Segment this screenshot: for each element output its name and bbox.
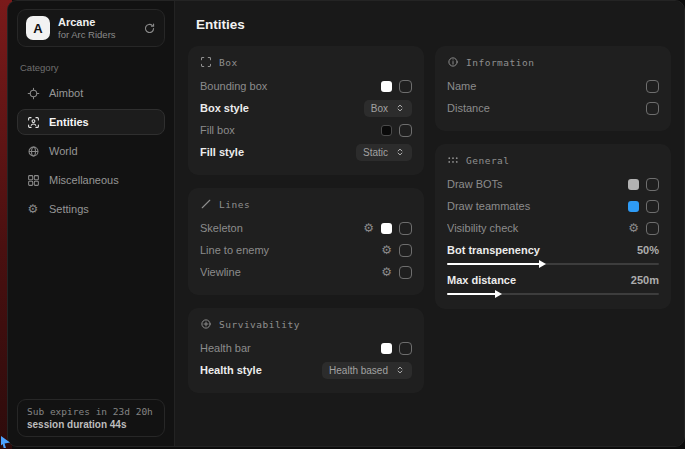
distance-checkbox[interactable] [646,102,659,115]
viewline-checkbox[interactable] [399,266,412,279]
setting-label: Line to enemy [200,244,381,256]
arcane-menu-window: A Arcane for Arc Riders Category Aimbot [7,0,685,447]
app-header: A Arcane for Arc Riders [17,9,165,47]
setting-label: Draw BOTs [447,178,628,190]
draw-bots-checkbox[interactable] [646,178,659,191]
skeleton-checkbox[interactable] [399,222,412,235]
setting-label: Viewline [200,266,381,278]
setting-row-fill-style: Fill style Static [200,141,412,163]
slider-fill [447,263,540,265]
sidebar: A Arcane for Arc Riders Category Aimbot [8,1,175,446]
fill-style-dropdown[interactable]: Static [356,144,412,161]
fill-box-checkbox[interactable] [399,124,412,137]
sub-expiry-text: Sub expires in 23d 20h [27,406,155,417]
app-meta: Arcane for Arc Riders [58,16,116,40]
line-to-enemy-checkbox[interactable] [399,244,412,257]
category-label: Category [20,62,162,73]
app-subtitle: for Arc Riders [58,29,116,40]
color-swatch[interactable] [628,201,639,212]
info-icon [447,56,459,68]
chevron-up-down-icon [395,365,405,375]
setting-row-health-style: Health style Health based [200,359,412,381]
setting-row-bounding-box: Bounding box [200,75,412,97]
setting-label: Max distance [447,274,631,286]
sidebar-item-world[interactable]: World [17,138,165,164]
line-icon [200,198,212,210]
health-bar-checkbox[interactable] [399,342,412,355]
slider-fill [447,293,496,295]
color-swatch[interactable] [381,343,392,354]
bounding-box-checkbox[interactable] [399,80,412,93]
setting-row-skeleton: Skeleton ⚙ [200,217,412,239]
information-card: Information Name Distance [435,46,671,131]
sidebar-item-settings[interactable]: ⚙ Settings [17,196,165,222]
refresh-icon[interactable] [143,22,156,35]
right-column: Information Name Distance [435,46,671,309]
health-style-dropdown[interactable]: Health based [322,362,412,379]
sidebar-item-miscellaneous[interactable]: Miscellaneous [17,167,165,193]
color-swatch[interactable] [381,223,392,234]
crosshair-icon [26,87,40,100]
sidebar-item-label: Entities [49,116,89,128]
slider-value: 250m [631,274,659,286]
draw-teammates-checkbox[interactable] [646,200,659,213]
globe-icon [26,145,40,158]
setting-row-fill-box: Fill box [200,119,412,141]
entities-scan-icon [26,116,40,129]
settings-gear-icon[interactable]: ⚙ [381,244,392,256]
health-cross-icon [200,318,212,330]
app-avatar: A [26,16,50,40]
setting-row-draw-bots: Draw BOTs [447,173,659,195]
sidebar-nav: Aimbot Entities World [17,80,165,222]
setting-row-visibility-check: Visibility check ⚙ [447,217,659,239]
sidebar-item-label: World [49,145,78,157]
settings-gear-icon[interactable]: ⚙ [363,222,374,234]
app-title: Arcane [58,16,116,28]
dropdown-value: Health based [329,365,388,376]
dropdown-value: Box [371,103,388,114]
slider-thumb[interactable] [539,260,546,268]
setting-label: Visibility check [447,222,628,234]
chevron-up-down-icon [395,147,405,157]
general-card: General Draw BOTs Draw teammates [435,144,671,309]
dropdown-value: Static [363,147,388,158]
page-title: Entities [196,17,671,32]
main-panel: Entities Box Bounding box [175,1,684,446]
card-title: Box [219,57,238,68]
box-corners-icon [200,56,212,68]
sidebar-item-aimbot[interactable]: Aimbot [17,80,165,106]
slider-thumb[interactable] [495,290,502,298]
color-swatch[interactable] [381,81,392,92]
box-style-dropdown[interactable]: Box [364,100,412,117]
sidebar-item-label: Aimbot [49,87,83,99]
survivability-card: Survivability Health bar Health style He… [188,308,424,393]
bot-transparency-group: Bot transpenency 50% [447,244,659,265]
box-card: Box Bounding box Box style Box [188,46,424,175]
visibility-check-checkbox[interactable] [646,222,659,235]
max-distance-slider[interactable] [447,293,659,295]
bot-transparency-slider[interactable] [447,263,659,265]
sidebar-item-entities[interactable]: Entities [17,109,165,135]
dots-grid-icon [447,154,459,166]
lines-card: Lines Skeleton ⚙ Line to enemy ⚙ [188,188,424,295]
setting-row-name: Name [447,75,659,97]
setting-label: Health bar [200,342,381,354]
setting-label: Bounding box [200,80,381,92]
setting-label: Bot transpenency [447,244,637,256]
color-swatch[interactable] [628,179,639,190]
color-swatch[interactable] [381,125,392,136]
setting-label: Health style [200,364,322,376]
settings-gear-icon[interactable]: ⚙ [628,222,639,234]
settings-gear-icon[interactable]: ⚙ [381,266,392,278]
setting-label: Fill box [200,124,381,136]
card-title: Information [466,57,534,68]
setting-row-draw-teammates: Draw teammates [447,195,659,217]
card-title: Lines [219,199,250,210]
card-title: Survivability [219,319,300,330]
setting-label: Skeleton [200,222,363,234]
max-distance-group: Max distance 250m [447,274,659,295]
session-duration-text: session duration 44s [27,419,155,430]
setting-row-box-style: Box style Box [200,97,412,119]
name-checkbox[interactable] [646,80,659,93]
setting-label: Distance [447,102,646,114]
